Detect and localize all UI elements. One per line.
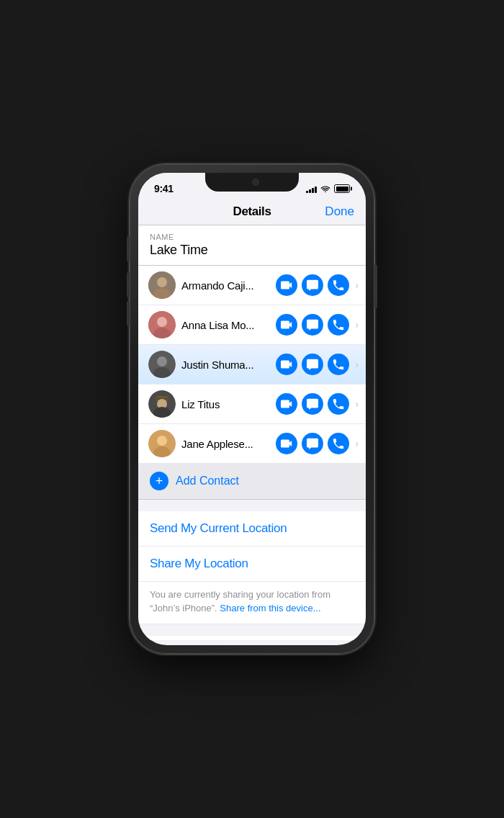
- spacer: [138, 500, 366, 505]
- contact-actions: ›: [276, 354, 359, 375]
- avatar: [148, 351, 176, 378]
- contact-name: Anna Lisa Mo...: [181, 319, 270, 331]
- contact-name: Armando Caji...: [181, 279, 270, 292]
- video-call-button[interactable]: [276, 354, 297, 375]
- content-area: NAME Lake Time Armando Caji...: [138, 225, 366, 640]
- phone-screen: 9:41: [138, 173, 366, 645]
- video-call-button[interactable]: [276, 393, 297, 415]
- name-section: NAME Lake Time: [138, 225, 366, 266]
- contact-actions: ›: [276, 393, 359, 415]
- svg-point-7: [157, 356, 167, 367]
- svg-point-4: [157, 317, 167, 327]
- location-description: You are currently sharing your location …: [138, 582, 366, 624]
- page-title: Details: [233, 204, 271, 219]
- avatar: [148, 390, 176, 418]
- svg-point-15: [157, 436, 167, 446]
- phone-call-button[interactable]: [328, 433, 349, 454]
- signal-icon: [306, 185, 317, 193]
- send-location-label: Send My Current Location: [150, 521, 287, 535]
- spacer: [138, 624, 366, 630]
- chevron-right-icon: ›: [355, 398, 359, 410]
- phone-device: 9:41: [130, 164, 374, 654]
- status-icons: [306, 184, 350, 193]
- message-button[interactable]: [302, 314, 323, 336]
- send-location-button[interactable]: Send My Current Location: [138, 511, 366, 547]
- add-contact-button[interactable]: + Add Contact: [138, 463, 366, 500]
- add-contact-label: Add Contact: [176, 475, 239, 487]
- status-time: 9:41: [154, 183, 174, 194]
- phone-call-button[interactable]: [328, 274, 349, 296]
- location-desc-text: You are currently sharing your location …: [150, 589, 330, 614]
- battery-icon: [334, 184, 350, 193]
- phone-call-button[interactable]: [328, 354, 349, 375]
- share-from-device-link[interactable]: Share from this device...: [220, 603, 320, 614]
- message-button[interactable]: [302, 433, 323, 454]
- chevron-right-icon: ›: [355, 279, 359, 291]
- share-location-label: Share My Location: [150, 557, 248, 570]
- contact-actions: ›: [276, 433, 359, 454]
- wifi-icon: [320, 185, 330, 193]
- message-button[interactable]: [302, 274, 323, 296]
- name-label: NAME: [150, 233, 354, 241]
- front-camera: [252, 179, 259, 186]
- avatar: [148, 271, 176, 299]
- contact-row: Liz Titus ›: [138, 385, 366, 424]
- notch: [205, 173, 299, 192]
- avatar: [148, 311, 176, 338]
- svg-point-1: [157, 277, 167, 287]
- video-call-button[interactable]: [276, 433, 297, 454]
- contact-row: Armando Caji... ›: [138, 266, 366, 305]
- contact-row: Anna Lisa Mo... ›: [138, 305, 366, 345]
- contact-row: Jane Applese... ›: [138, 424, 366, 463]
- video-call-button[interactable]: [276, 274, 297, 296]
- phone-call-button[interactable]: [328, 393, 349, 415]
- phone-call-button[interactable]: [328, 314, 349, 336]
- message-button[interactable]: [302, 354, 323, 375]
- contact-row: Justin Shuma... ›: [138, 345, 366, 385]
- hide-alerts-section: Hide Alerts: [138, 636, 366, 640]
- contact-name: Liz Titus: [181, 398, 270, 410]
- location-section: Send My Current Location Share My Locati…: [138, 511, 366, 624]
- contact-actions: ›: [276, 274, 359, 296]
- avatar: [148, 430, 176, 457]
- group-name: Lake Time: [150, 243, 354, 258]
- contact-name: Justin Shuma...: [181, 359, 270, 371]
- contact-actions: ›: [276, 314, 359, 336]
- chevron-right-icon: ›: [355, 319, 359, 331]
- contact-name: Jane Applese...: [181, 438, 270, 450]
- message-button[interactable]: [302, 393, 323, 415]
- chevron-right-icon: ›: [355, 359, 359, 370]
- video-call-button[interactable]: [276, 314, 297, 336]
- navigation-bar: Details Done: [138, 199, 366, 225]
- contacts-section: Armando Caji... ›: [138, 266, 366, 463]
- done-button[interactable]: Done: [325, 204, 354, 219]
- share-location-button[interactable]: Share My Location: [138, 547, 366, 582]
- plus-icon: +: [150, 472, 168, 490]
- chevron-right-icon: ›: [355, 438, 359, 449]
